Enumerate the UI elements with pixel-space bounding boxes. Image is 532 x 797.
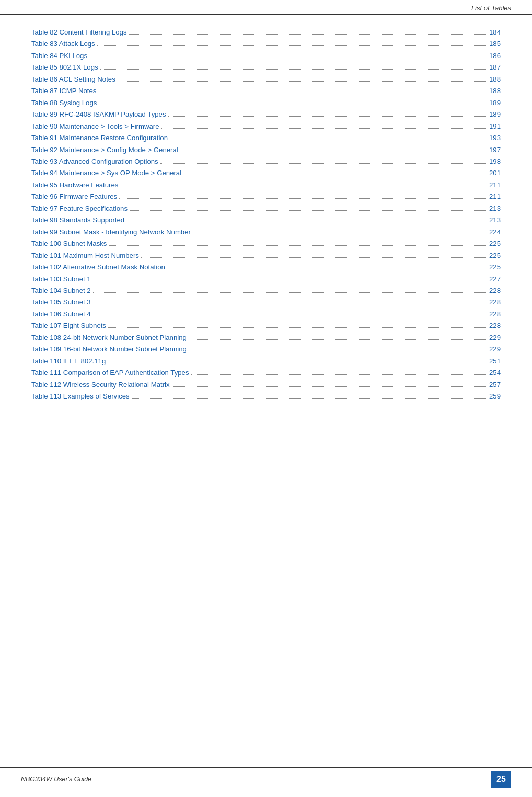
table-row[interactable]: Table 109 16-bit Network Number Subnet P…: [31, 344, 501, 355]
toc-entry-label: Table 95 Hardware Features: [31, 180, 118, 190]
toc-dots: [100, 69, 487, 70]
toc-page-number: 228: [489, 321, 501, 331]
table-row[interactable]: Table 108 24-bit Network Number Subnet P…: [31, 333, 501, 343]
toc-entry-label: Table 91 Maintenance Restore Configurati…: [31, 133, 168, 143]
toc-content: Table 82 Content Filtering Logs184Table …: [0, 15, 532, 435]
toc-dots: [97, 45, 487, 46]
toc-entry-label: Table 110 IEEE 802.11g: [31, 356, 106, 367]
table-row[interactable]: Table 88 Syslog Logs189: [31, 98, 501, 108]
table-row[interactable]: Table 107 Eight Subnets228: [31, 321, 501, 331]
table-row[interactable]: Table 86 ACL Setting Notes188: [31, 74, 501, 85]
toc-page-number: 213: [489, 215, 501, 225]
table-row[interactable]: Table 85 802.1X Logs187: [31, 62, 501, 73]
toc-page-number: 213: [489, 203, 501, 214]
toc-dots: [118, 81, 487, 82]
toc-page-number: 185: [489, 39, 501, 49]
toc-page-number: 225: [489, 262, 501, 272]
footer-page-number: 25: [491, 771, 511, 788]
table-row[interactable]: Table 84 PKI Logs186: [31, 51, 501, 61]
table-row[interactable]: Table 89 RFC-2408 ISAKMP Payload Types18…: [31, 109, 501, 120]
toc-page-number: 193: [489, 133, 501, 143]
toc-entry-label: Table 113 Examples of Services: [31, 391, 130, 402]
table-row[interactable]: Table 100 Subnet Masks225: [31, 238, 501, 249]
table-row[interactable]: Table 95 Hardware Features211: [31, 180, 501, 190]
table-row[interactable]: Table 101 Maximum Host Numbers225: [31, 251, 501, 261]
table-row[interactable]: Table 98 Standards Supported213: [31, 215, 501, 225]
footer-product: NBG334W User's Guide: [21, 776, 91, 783]
toc-entry-label: Table 105 Subnet 3: [31, 297, 91, 308]
table-row[interactable]: Table 83 Attack Logs185: [31, 39, 501, 49]
toc-dots: [109, 245, 487, 246]
table-row[interactable]: Table 91 Maintenance Restore Configurati…: [31, 133, 501, 143]
table-row[interactable]: Table 112 Wireless Security Relational M…: [31, 380, 501, 390]
toc-page-number: 227: [489, 274, 501, 284]
toc-dots: [161, 128, 487, 129]
table-row[interactable]: Table 104 Subnet 2228: [31, 286, 501, 296]
toc-entry-label: Table 111 Comparison of EAP Authenticati…: [31, 368, 189, 378]
table-row[interactable]: Table 106 Subnet 4228: [31, 309, 501, 320]
table-row[interactable]: Table 82 Content Filtering Logs184: [31, 27, 501, 38]
toc-dots: [108, 327, 487, 328]
table-row[interactable]: Table 113 Examples of Services259: [31, 391, 501, 402]
toc-dots: [189, 339, 487, 340]
toc-page-number: 187: [489, 62, 501, 73]
header-title: List of Tables: [471, 4, 511, 12]
toc-page-number: 197: [489, 145, 501, 155]
page-footer: NBG334W User's Guide 25: [0, 767, 532, 788]
toc-entry-label: Table 100 Subnet Masks: [31, 238, 107, 249]
table-row[interactable]: Table 90 Maintenance > Tools > Firmware1…: [31, 121, 501, 132]
toc-dots: [120, 187, 487, 187]
table-row[interactable]: Table 92 Maintenance > Config Mode > Gen…: [31, 145, 501, 155]
toc-dots: [183, 175, 487, 175]
toc-page-number: 229: [489, 344, 501, 355]
table-row[interactable]: Table 105 Subnet 3228: [31, 297, 501, 308]
toc-dots: [130, 210, 487, 211]
toc-entry-label: Table 107 Eight Subnets: [31, 321, 106, 331]
toc-page-number: 186: [489, 51, 501, 61]
table-row[interactable]: Table 103 Subnet 1227: [31, 274, 501, 284]
table-row[interactable]: Table 110 IEEE 802.11g251: [31, 356, 501, 367]
toc-dots: [93, 281, 487, 281]
table-row[interactable]: Table 93 Advanced Configuration Options1…: [31, 156, 501, 167]
toc-page-number: 228: [489, 286, 501, 296]
toc-entry-label: Table 109 16-bit Network Number Subnet P…: [31, 344, 187, 355]
toc-dots: [172, 386, 487, 387]
toc-page-number: 201: [489, 168, 501, 178]
toc-page-number: 189: [489, 98, 501, 108]
toc-dots: [93, 316, 487, 316]
table-row[interactable]: Table 111 Comparison of EAP Authenticati…: [31, 368, 501, 378]
toc-dots: [99, 105, 487, 105]
table-row[interactable]: Table 97 Feature Specifications213: [31, 203, 501, 214]
toc-entry-label: Table 83 Attack Logs: [31, 39, 95, 49]
toc-page-number: 188: [489, 74, 501, 85]
toc-entry-label: Table 106 Subnet 4: [31, 309, 91, 320]
toc-entry-label: Table 94 Maintenance > Sys OP Mode > Gen…: [31, 168, 181, 178]
toc-dots: [168, 116, 487, 117]
toc-page-number: 184: [489, 27, 501, 38]
toc-dots: [160, 163, 487, 164]
toc-dots: [89, 58, 487, 58]
toc-dots: [189, 351, 487, 351]
table-row[interactable]: Table 96 Firmware Features211: [31, 191, 501, 202]
toc-dots: [170, 140, 487, 140]
table-row[interactable]: Table 87 ICMP Notes188: [31, 86, 501, 96]
toc-page-number: 225: [489, 251, 501, 261]
table-row[interactable]: Table 102 Alternative Subnet Mask Notati…: [31, 262, 501, 272]
toc-page-number: 189: [489, 109, 501, 120]
toc-entry-label: Table 103 Subnet 1: [31, 274, 91, 284]
toc-dots: [126, 222, 487, 222]
table-row[interactable]: Table 94 Maintenance > Sys OP Mode > Gen…: [31, 168, 501, 178]
toc-page-number: 251: [489, 356, 501, 367]
toc-page-number: 211: [489, 191, 501, 202]
toc-page-number: 259: [489, 391, 501, 402]
toc-entry-label: Table 101 Maximum Host Numbers: [31, 251, 139, 261]
toc-page-number: 228: [489, 297, 501, 308]
toc-dots: [119, 198, 487, 199]
toc-entry-label: Table 112 Wireless Security Relational M…: [31, 380, 170, 390]
toc-entry-label: Table 98 Standards Supported: [31, 215, 124, 225]
toc-page-number: 229: [489, 333, 501, 343]
toc-entry-label: Table 92 Maintenance > Config Mode > Gen…: [31, 145, 178, 155]
toc-dots: [141, 257, 487, 258]
toc-entry-label: Table 85 802.1X Logs: [31, 62, 98, 73]
table-row[interactable]: Table 99 Subnet Mask - Identifying Netwo…: [31, 227, 501, 237]
